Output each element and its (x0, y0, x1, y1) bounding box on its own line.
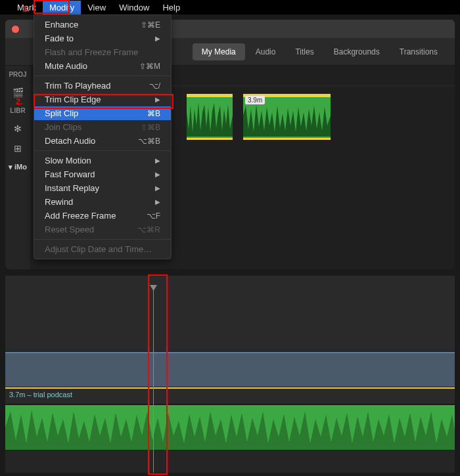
menu-item-slow-motion[interactable]: Slow Motion▶ (34, 154, 171, 167)
sidebar-imovie-label[interactable]: ▾ iMo (9, 163, 27, 171)
star-icon[interactable]: ✻ (14, 123, 22, 134)
menu-label: Fast Forward (45, 169, 95, 179)
menu-item-adjust-date: Adjust Clip Date and Time… (34, 242, 171, 256)
timeline-clip-title: 3.7m – trial podcast (5, 389, 455, 400)
menu-view[interactable]: View (81, 1, 112, 14)
clip-marker-top (187, 94, 233, 97)
tab-backgrounds[interactable]: Backgrounds (325, 43, 389, 60)
submenu-arrow-icon: ▶ (155, 184, 160, 192)
menu-shortcut: ⌥F (147, 211, 160, 221)
tab-transitions[interactable]: Transitions (390, 43, 447, 60)
menu-label: Mute Audio (45, 61, 87, 71)
playhead[interactable] (153, 286, 154, 473)
menu-separator (34, 150, 171, 151)
sidebar-projects-label: PROJ (9, 71, 26, 78)
menu-label: Flash and Freeze Frame (45, 47, 138, 57)
grid-icon[interactable]: ⊞ (14, 143, 22, 154)
menu-label: Detach Audio (45, 136, 95, 146)
waveform-icon (5, 405, 455, 450)
submenu-arrow-icon: ▶ (155, 157, 160, 164)
menu-label: Trim Clip Edge (45, 95, 101, 104)
menu-label: Add Freeze Frame (45, 211, 116, 221)
menu-shortcut: ⇧⌘B (141, 123, 160, 132)
tab-audio[interactable]: Audio (246, 43, 285, 60)
menu-shortcut: ⇧⌘E (141, 20, 160, 30)
menu-shortcut: ⌥/ (149, 81, 160, 91)
waveform-icon (187, 99, 233, 137)
menu-label: Instant Replay (45, 183, 99, 193)
menu-item-instant-replay[interactable]: Instant Replay▶ (34, 181, 171, 195)
annotation-number-1: 1. (22, 4, 30, 14)
menu-window[interactable]: Window (112, 1, 156, 14)
menu-item-join-clips: Join Clips⇧⌘B (34, 120, 171, 134)
media-clip-1[interactable] (187, 94, 233, 140)
menubar: Mark Modify View Window Help (0, 0, 460, 14)
menu-item-detach-audio[interactable]: Detach Audio⌥⌘B (34, 134, 171, 148)
menu-item-fade-to[interactable]: Fade to▶ (34, 32, 171, 45)
modify-dropdown: Enhance⇧⌘E Fade to▶ Flash and Freeze Fra… (34, 14, 172, 259)
menu-shortcut: ⌥⌘R (137, 225, 160, 234)
timeline[interactable]: 3.7m – trial podcast (5, 276, 455, 473)
menu-item-rewind[interactable]: Rewind▶ (34, 195, 171, 209)
clip-header: 3.7m – trial podcast (5, 387, 455, 404)
waveform-icon (243, 99, 331, 137)
sidebar-libraries-label: LIBR (10, 107, 25, 114)
menu-label: Enhance (45, 20, 78, 30)
clip-marker-bottom (243, 138, 331, 140)
annotation-number-2: 2. (16, 97, 23, 106)
clip-marker-bottom (187, 138, 233, 140)
timeline-tracks: 3.7m – trial podcast (5, 286, 455, 473)
menu-item-reset-speed: Reset Speed⌥⌘R (34, 223, 171, 236)
submenu-arrow-icon: ▶ (155, 171, 160, 178)
menu-item-flash-freeze: Flash and Freeze Frame (34, 45, 171, 59)
menu-label: Fade to (45, 33, 74, 43)
menu-separator (34, 76, 171, 76)
submenu-arrow-icon: ▶ (155, 96, 160, 103)
menu-help[interactable]: Help (156, 1, 187, 14)
menu-shortcut: ⇧⌘M (139, 62, 160, 71)
media-clip-2[interactable]: 3.9m (243, 94, 331, 140)
menu-item-enhance[interactable]: Enhance⇧⌘E (34, 18, 171, 32)
tab-my-media[interactable]: My Media (193, 43, 245, 60)
menu-label: Slow Motion (45, 156, 91, 165)
menu-item-trim-clip-edge[interactable]: Trim Clip Edge▶ (34, 93, 171, 106)
menu-shortcut: ⌘B (147, 109, 160, 118)
audio-track[interactable] (5, 404, 455, 450)
video-track[interactable] (5, 351, 455, 387)
menu-label: Join Clips (45, 122, 81, 132)
menu-shortcut: ⌥⌘B (138, 137, 160, 146)
menu-item-trim-playhead[interactable]: Trim To Playhead⌥/ (34, 79, 171, 93)
submenu-arrow-icon: ▶ (155, 198, 160, 206)
playhead-handle-icon[interactable] (150, 285, 157, 292)
menu-modify[interactable]: Modify (43, 1, 81, 14)
tabs: My Media Audio Titles Backgrounds Transi… (193, 43, 447, 60)
menu-item-mute-audio[interactable]: Mute Audio⇧⌘M (34, 59, 171, 73)
menu-item-split-clip[interactable]: Split Clip⌘B (34, 106, 171, 120)
tab-titles[interactable]: Titles (286, 43, 323, 60)
menu-label: Split Clip (45, 108, 78, 118)
menu-item-add-freeze-frame[interactable]: Add Freeze Frame⌥F (34, 209, 171, 223)
menu-separator (34, 239, 171, 240)
menu-item-fast-forward[interactable]: Fast Forward▶ (34, 167, 171, 181)
menu-label: Trim To Playhead (45, 81, 110, 91)
submenu-arrow-icon: ▶ (155, 35, 160, 42)
timeline-ruler[interactable] (5, 276, 455, 286)
track-spacer (5, 286, 455, 351)
menu-label: Reset Speed (45, 225, 94, 234)
menu-label: Rewind (45, 197, 73, 207)
menu-label: Adjust Clip Date and Time… (45, 244, 152, 254)
close-window-button[interactable] (12, 26, 19, 33)
